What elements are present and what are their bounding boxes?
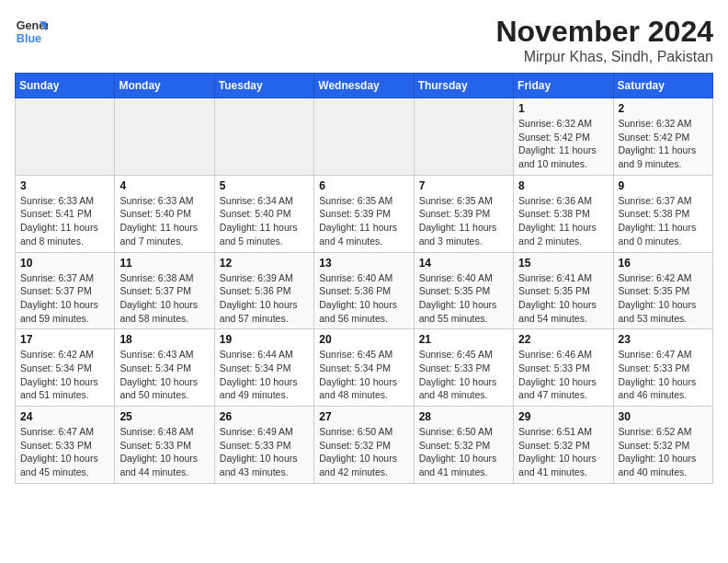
weekday-header-thursday: Thursday [414, 74, 513, 98]
day-number: 30 [619, 410, 708, 423]
title-section: November 2024 Mirpur Khas, Sindh, Pakist… [495, 15, 713, 65]
day-number: 6 [319, 179, 408, 192]
month-title: November 2024 [495, 15, 713, 49]
calendar-cell: 29Sunrise: 6:51 AMSunset: 5:32 PMDayligh… [514, 407, 613, 484]
calendar-cell: 22Sunrise: 6:46 AMSunset: 5:33 PMDayligh… [514, 329, 613, 407]
day-number: 22 [518, 333, 608, 346]
calendar-cell: 26Sunrise: 6:49 AMSunset: 5:33 PMDayligh… [214, 407, 313, 484]
svg-text:Blue: Blue [17, 32, 41, 45]
calendar-week-2: 3Sunrise: 6:33 AMSunset: 5:41 PMDaylight… [16, 175, 713, 252]
calendar-table: SundayMondayTuesdayWednesdayThursdayFrid… [15, 73, 713, 484]
calendar-cell [115, 98, 214, 176]
day-number: 28 [419, 410, 508, 423]
calendar-cell [214, 98, 313, 176]
calendar-cell: 15Sunrise: 6:41 AMSunset: 5:35 PMDayligh… [514, 252, 613, 329]
day-info: Sunrise: 6:40 AMSunset: 5:35 PMDaylight:… [419, 271, 508, 326]
calendar-cell: 11Sunrise: 6:38 AMSunset: 5:37 PMDayligh… [115, 252, 214, 329]
weekday-header-sunday: Sunday [16, 74, 115, 98]
day-number: 27 [319, 410, 408, 423]
day-number: 16 [619, 257, 708, 270]
weekday-header-saturday: Saturday [613, 74, 712, 98]
day-number: 12 [220, 257, 309, 270]
weekday-header-row: SundayMondayTuesdayWednesdayThursdayFrid… [16, 74, 713, 98]
day-number: 1 [518, 102, 608, 115]
day-info: Sunrise: 6:40 AMSunset: 5:36 PMDaylight:… [319, 271, 408, 326]
day-info: Sunrise: 6:48 AMSunset: 5:33 PMDaylight:… [119, 425, 209, 479]
day-info: Sunrise: 6:32 AMSunset: 5:42 PMDaylight:… [619, 117, 708, 171]
weekday-header-wednesday: Wednesday [314, 74, 414, 98]
day-info: Sunrise: 6:45 AMSunset: 5:34 PMDaylight:… [319, 348, 408, 402]
day-info: Sunrise: 6:45 AMSunset: 5:33 PMDaylight:… [419, 348, 508, 402]
day-info: Sunrise: 6:37 AMSunset: 5:38 PMDaylight:… [619, 194, 708, 248]
calendar-cell: 4Sunrise: 6:33 AMSunset: 5:40 PMDaylight… [115, 175, 214, 252]
day-info: Sunrise: 6:49 AMSunset: 5:33 PMDaylight:… [220, 425, 309, 479]
calendar-header: SundayMondayTuesdayWednesdayThursdayFrid… [16, 74, 713, 98]
day-info: Sunrise: 6:38 AMSunset: 5:37 PMDaylight:… [119, 271, 209, 326]
day-number: 13 [319, 257, 408, 270]
day-number: 10 [20, 257, 109, 270]
day-number: 7 [419, 179, 508, 192]
day-number: 21 [419, 333, 508, 346]
calendar-week-1: 1Sunrise: 6:32 AMSunset: 5:42 PMDaylight… [16, 98, 713, 176]
calendar-cell: 28Sunrise: 6:50 AMSunset: 5:32 PMDayligh… [414, 407, 513, 484]
day-number: 17 [20, 333, 109, 346]
day-number: 14 [419, 257, 508, 270]
day-number: 19 [220, 333, 309, 346]
day-number: 18 [119, 333, 209, 346]
calendar-cell: 18Sunrise: 6:43 AMSunset: 5:34 PMDayligh… [115, 329, 214, 407]
location-title: Mirpur Khas, Sindh, Pakistan [495, 49, 713, 65]
calendar-cell: 30Sunrise: 6:52 AMSunset: 5:32 PMDayligh… [613, 407, 712, 484]
calendar-cell: 23Sunrise: 6:47 AMSunset: 5:33 PMDayligh… [613, 329, 712, 407]
calendar-cell: 14Sunrise: 6:40 AMSunset: 5:35 PMDayligh… [414, 252, 513, 329]
calendar-cell: 16Sunrise: 6:42 AMSunset: 5:35 PMDayligh… [613, 252, 712, 329]
day-info: Sunrise: 6:33 AMSunset: 5:40 PMDaylight:… [119, 194, 209, 248]
day-info: Sunrise: 6:43 AMSunset: 5:34 PMDaylight:… [119, 348, 209, 402]
day-number: 20 [319, 333, 408, 346]
day-number: 4 [119, 179, 209, 192]
day-number: 11 [119, 257, 209, 270]
calendar-body: 1Sunrise: 6:32 AMSunset: 5:42 PMDaylight… [16, 98, 713, 484]
day-info: Sunrise: 6:46 AMSunset: 5:33 PMDaylight:… [518, 348, 608, 402]
calendar-cell: 5Sunrise: 6:34 AMSunset: 5:40 PMDaylight… [214, 175, 313, 252]
calendar-cell: 24Sunrise: 6:47 AMSunset: 5:33 PMDayligh… [16, 407, 115, 484]
logo-icon: General Blue [15, 15, 48, 48]
day-info: Sunrise: 6:47 AMSunset: 5:33 PMDaylight:… [20, 425, 109, 479]
day-info: Sunrise: 6:35 AMSunset: 5:39 PMDaylight:… [419, 194, 508, 248]
weekday-header-friday: Friday [514, 74, 613, 98]
calendar-cell: 19Sunrise: 6:44 AMSunset: 5:34 PMDayligh… [214, 329, 313, 407]
day-info: Sunrise: 6:44 AMSunset: 5:34 PMDaylight:… [220, 348, 309, 402]
day-number: 9 [619, 179, 708, 192]
header: General Blue November 2024 Mirpur Khas, … [15, 15, 713, 65]
calendar-cell: 13Sunrise: 6:40 AMSunset: 5:36 PMDayligh… [314, 252, 414, 329]
day-info: Sunrise: 6:41 AMSunset: 5:35 PMDaylight:… [518, 271, 608, 326]
logo: General Blue [15, 15, 48, 48]
day-info: Sunrise: 6:42 AMSunset: 5:35 PMDaylight:… [619, 271, 708, 326]
calendar-week-4: 17Sunrise: 6:42 AMSunset: 5:34 PMDayligh… [16, 329, 713, 407]
calendar-cell: 9Sunrise: 6:37 AMSunset: 5:38 PMDaylight… [613, 175, 712, 252]
day-number: 2 [619, 102, 708, 115]
day-info: Sunrise: 6:36 AMSunset: 5:38 PMDaylight:… [518, 194, 608, 248]
calendar-cell: 2Sunrise: 6:32 AMSunset: 5:42 PMDaylight… [613, 98, 712, 176]
calendar-cell: 20Sunrise: 6:45 AMSunset: 5:34 PMDayligh… [314, 329, 414, 407]
day-info: Sunrise: 6:32 AMSunset: 5:42 PMDaylight:… [518, 117, 608, 171]
weekday-header-tuesday: Tuesday [214, 74, 313, 98]
calendar-cell: 6Sunrise: 6:35 AMSunset: 5:39 PMDaylight… [314, 175, 414, 252]
day-info: Sunrise: 6:51 AMSunset: 5:32 PMDaylight:… [518, 425, 608, 479]
calendar-cell [314, 98, 414, 176]
day-info: Sunrise: 6:33 AMSunset: 5:41 PMDaylight:… [20, 194, 109, 248]
day-number: 26 [220, 410, 309, 423]
day-info: Sunrise: 6:39 AMSunset: 5:36 PMDaylight:… [220, 271, 309, 326]
calendar-cell: 21Sunrise: 6:45 AMSunset: 5:33 PMDayligh… [414, 329, 513, 407]
calendar-cell: 25Sunrise: 6:48 AMSunset: 5:33 PMDayligh… [115, 407, 214, 484]
day-info: Sunrise: 6:42 AMSunset: 5:34 PMDaylight:… [20, 348, 109, 402]
day-info: Sunrise: 6:47 AMSunset: 5:33 PMDaylight:… [619, 348, 708, 402]
weekday-header-monday: Monday [115, 74, 214, 98]
calendar-cell [16, 98, 115, 176]
day-number: 3 [20, 179, 109, 192]
calendar-cell: 3Sunrise: 6:33 AMSunset: 5:41 PMDaylight… [16, 175, 115, 252]
day-number: 8 [518, 179, 608, 192]
day-number: 24 [20, 410, 109, 423]
calendar-cell [414, 98, 513, 176]
calendar-week-3: 10Sunrise: 6:37 AMSunset: 5:37 PMDayligh… [16, 252, 713, 329]
day-info: Sunrise: 6:35 AMSunset: 5:39 PMDaylight:… [319, 194, 408, 248]
